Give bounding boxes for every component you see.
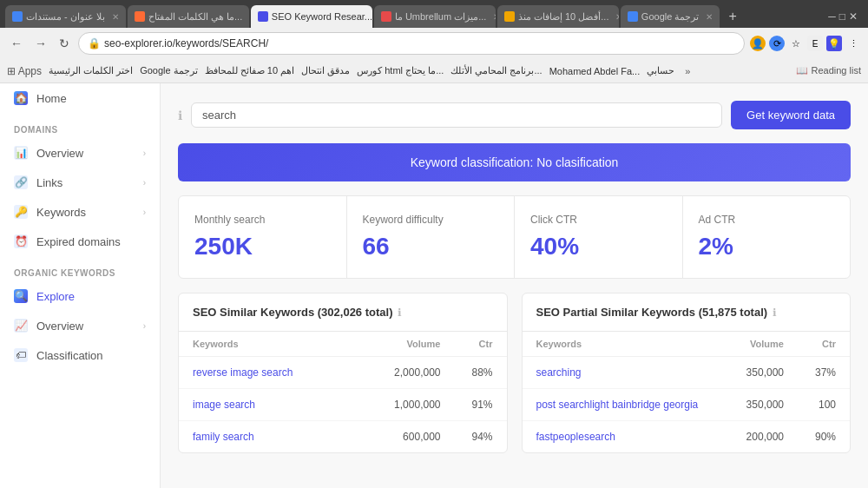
partial-keywords-content: Keywords Volume Ctr searching 350,000 37… [523,332,851,452]
overview2-icon: 📈 [14,319,28,333]
close-window-button[interactable]: ✕ [849,10,858,23]
similar-vol-3: 600,000 [363,431,441,443]
explore-label: Explore [36,290,75,303]
more-options-button[interactable]: ⋮ [845,36,861,51]
bookmark-2[interactable]: Google ترجمة [140,65,198,76]
classification-icon: 🏷 [14,348,28,362]
bookmark-8[interactable]: حسابي [647,65,674,76]
overview-label: Overview [36,147,83,160]
sidebar-item-classification[interactable]: 🏷 Classification [0,340,160,370]
tab-2[interactable]: ما هي الكلمات المفتاح... ✕ [128,5,249,28]
tab-4-close[interactable]: ✕ [493,12,496,22]
lock-icon: 🔒 [88,37,101,49]
similar-keywords-info-icon[interactable]: ℹ [398,307,402,319]
sidebar-item-expired-domains[interactable]: ⏰ Expired domains [0,227,160,256]
partial-keywords-info-icon[interactable]: ℹ [773,307,777,319]
sidebar-item-links[interactable]: 🔗 Links › [0,168,160,197]
profile-icon[interactable]: 👤 [750,36,766,51]
tab-1[interactable]: بلا عنوان - مستندات ✕ [5,5,126,28]
similar-keywords-title: SEO Similar Keywords (302,026 total) [193,306,392,319]
forward-button[interactable]: → [31,35,50,52]
table-row: reverse image search 2,000,000 88% [179,357,507,389]
ad-ctr-value: 2% [699,233,835,260]
keyword-difficulty-value: 66 [363,233,499,260]
metrics-row: Monthly search 250K Keyword difficulty 6… [178,195,851,279]
reload-button[interactable]: ↻ [56,35,73,52]
partial-keywords-header: SEO Partial Similar Keywords (51,875 tot… [523,293,851,332]
similar-kw-3[interactable]: family search [193,431,363,443]
tab-4-label: ما Umbrellum ميزات... [395,11,486,23]
extension-icon-2[interactable]: 💡 [826,36,842,51]
bookmark-6[interactable]: برنامج المحامي الأتلك... [450,65,542,76]
table-row: fastpeoplesearch 200,000 90% [523,421,851,452]
similar-keywords-cols: Keywords Volume Ctr [179,332,507,357]
table-row: post searchlight bainbridge georgia 350,… [523,389,851,421]
bookmark-1[interactable]: اختر الكلمات الرئيسية [49,65,133,76]
search-box [191,102,722,128]
partial-vol-3: 200,000 [706,431,784,443]
more-bookmarks-button[interactable]: » [681,66,694,76]
partial-kw-2[interactable]: post searchlight bainbridge georgia [536,399,707,411]
tab-5-close[interactable]: ✕ [615,12,618,22]
click-ctr-value: 40% [530,233,667,260]
table-row: searching 350,000 37% [523,357,851,389]
bookmark-4[interactable]: مدقق انتحال [301,65,350,76]
partial-keywords-title: SEO Partial Similar Keywords (51,875 tot… [536,306,768,319]
bookmark-7[interactable]: Mohamed Abdel Fa... [549,66,641,76]
search-input[interactable] [202,109,711,122]
keywords-label: Keywords [36,206,86,219]
similar-kw-1[interactable]: reverse image search [193,366,363,379]
tab-3[interactable]: SEO Keyword Resear... ✕ [251,5,372,28]
tab-4[interactable]: ما Umbrellum ميزات... ✕ [374,5,496,28]
partial-kw-1[interactable]: searching [536,366,707,379]
search-help-icon[interactable]: ℹ [178,109,182,122]
address-box[interactable]: 🔒 seo-explorer.io/keywords/SEARCH/ [78,32,745,55]
get-keyword-button[interactable]: Get keyword data [731,101,851,129]
tab-6-label: Google ترجمة [641,11,700,23]
bookmark-5[interactable]: كورس html ما يحتاج... [357,65,444,76]
tab-1-label: بلا عنوان - مستندات [26,11,105,23]
keywords-chevron: › [143,208,146,217]
search-row: ℹ Get keyword data [178,101,851,129]
star-icon[interactable]: ☆ [788,36,804,51]
overview-icon: 📊 [14,146,28,160]
sidebar-item-keywords[interactable]: 🔑 Keywords › [0,197,160,227]
sidebar-home[interactable]: 🏠 Home [0,83,160,113]
organic-section-label: ORGANIC KEYWORDS [0,256,160,281]
back-button[interactable]: ← [7,35,26,52]
apps-bookmark[interactable]: ⊞ Apps [7,65,42,77]
extension-icon-1[interactable]: E [807,36,823,51]
partial-ctr-2: 100 [784,399,836,411]
expired-domains-label: Expired domains [36,235,121,248]
similar-vol-2: 1,000,000 [363,399,441,411]
sidebar-item-overview2[interactable]: 📈 Overview › [0,311,160,340]
links-chevron: › [143,178,146,188]
sidebar-item-explore[interactable]: 🔍 Explore [0,281,160,311]
metric-click-ctr: Click CTR 40% [515,196,683,278]
monthly-search-label: Monthly search [194,214,331,226]
partial-ctr-3: 90% [784,431,836,443]
toolbar-icons: 👤 ⟳ ☆ E 💡 ⋮ [750,36,861,51]
sidebar-item-overview[interactable]: 📊 Overview › [0,138,160,168]
bookmark-3[interactable]: اهم 10 صفائح للمحافظ [205,65,294,76]
metric-keyword-difficulty: Keyword difficulty 66 [347,196,516,278]
maximize-button[interactable]: □ [839,10,845,23]
tab-6[interactable]: Google ترجمة ✕ [621,5,720,28]
tab-5[interactable]: أفضل 10 إضافات منذ... ✕ [497,5,619,28]
similar-ctr-3: 94% [441,431,493,443]
sync-icon[interactable]: ⟳ [769,36,785,51]
keyword-difficulty-label: Keyword difficulty [363,214,499,226]
domains-section-label: DOMAINS [0,113,160,138]
similar-kw-2[interactable]: image search [193,399,363,411]
partial-vol-1: 350,000 [706,366,784,379]
partial-kw-3[interactable]: fastpeoplesearch [536,431,707,443]
tab-1-favicon [12,11,23,22]
tab-1-close[interactable]: ✕ [112,12,119,22]
reading-list-button[interactable]: 📖 Reading list [796,65,861,76]
new-tab-button[interactable]: + [721,9,743,24]
tab-6-close[interactable]: ✕ [706,12,713,22]
tab-2-favicon [135,11,145,22]
tab-bar: بلا عنوان - مستندات ✕ ما هي الكلمات المف… [0,0,868,28]
tab-3-favicon [258,11,268,22]
minimize-button[interactable]: ─ [828,10,836,23]
